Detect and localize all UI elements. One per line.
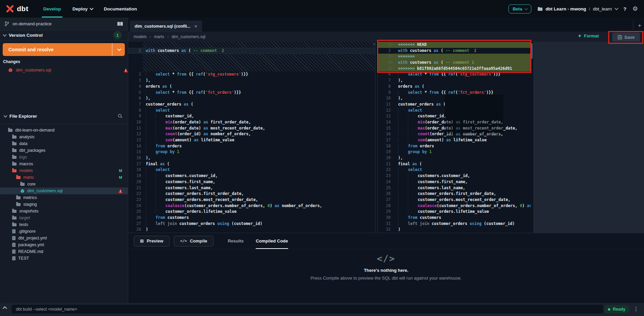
commit-dropdown-toggle[interactable] — [112, 43, 125, 56]
save-button[interactable]: Save — [612, 33, 640, 41]
search-icon[interactable] — [118, 114, 123, 119]
command-input[interactable]: dbt build --select <model_name> — [11, 304, 604, 314]
tree-item-analysis[interactable]: analysis — [0, 134, 128, 140]
tree-item-marts[interactable]: martsM — [0, 174, 128, 181]
tree-item-tests[interactable]: tests — [0, 221, 128, 228]
file-icon — [12, 250, 16, 254]
gear-icon[interactable]: ⚙ — [633, 5, 638, 12]
code-line-14: 14 min(order_date) as first_order_date, — [378, 119, 531, 125]
chevron-down-icon — [614, 6, 618, 10]
file-explorer-section[interactable]: File Explorer — [0, 109, 128, 124]
code-line-32: 32) — [378, 227, 531, 233]
tree-item-label: dbt_packages — [19, 148, 46, 153]
tree-item-dim-customers-sql[interactable]: dim_customers.sql — [0, 188, 128, 194]
tree-item-test[interactable]: TEST — [0, 255, 128, 262]
folder-icon — [12, 217, 17, 220]
tree-item-data[interactable]: data — [0, 140, 128, 147]
help-icon[interactable]: ? — [623, 6, 626, 12]
tree-item-models[interactable]: modelsM — [0, 167, 128, 174]
code-line-6: 6 select * from {{ ref('stg_customers')}… — [378, 71, 531, 78]
editor-tab-title: dim_customers.sql (confli... — [135, 24, 190, 29]
code-line-24: 24 coalesce(customer_orders.number_of_or… — [128, 203, 375, 209]
tree-item-metrics[interactable]: metrics — [0, 194, 128, 201]
tree-item-dbt-learn-on-demand[interactable]: dbt-learn-on-demand — [0, 127, 128, 134]
code-line-18: 18 select — [128, 167, 375, 173]
tree-item--gitignore[interactable]: .gitignore — [0, 228, 128, 235]
tree-item-dbt-packages[interactable]: dbt_packages — [0, 147, 128, 154]
tab-compiled-code[interactable]: Compiled Code — [256, 233, 288, 249]
tree-item-core[interactable]: core — [0, 181, 128, 188]
editor-tab-dim-customers[interactable]: dim_customers.sql (confli... × — [130, 21, 202, 32]
code-line-2: 2 select * from {{ ref('stg_customers')}… — [128, 71, 375, 78]
code-line-9: 9 customer_id, — [128, 113, 375, 119]
tree-item-label: README.md — [18, 249, 43, 254]
breadcrumb-marts[interactable]: marts — [154, 34, 164, 39]
code-line-11: 11 max(order_date) as most_recent_order_… — [128, 125, 375, 132]
project-name: dbt_learn — [593, 6, 612, 11]
nav-item-deploy[interactable]: Deploy — [73, 0, 92, 18]
tab-results[interactable]: Results — [228, 233, 244, 249]
merge-result-pane[interactable]: 1with customers as ( -- comment 22 selec… — [128, 42, 375, 233]
diff-placeholder-hatch — [128, 42, 375, 48]
nav-item-documentation[interactable]: Documentation — [104, 0, 137, 18]
version-control-section[interactable]: Version Control 1 — [0, 30, 128, 40]
fold-marker-icon[interactable]: − — [373, 42, 375, 46]
tree-item-label: metrics — [23, 195, 37, 200]
tree-item-packages-yml[interactable]: packages.yml — [0, 241, 128, 248]
docs-book-icon[interactable] — [117, 22, 123, 26]
changed-file-item[interactable]: dim_customers.sql — [0, 66, 128, 74]
close-icon[interactable]: × — [194, 24, 197, 29]
tree-item-dbt-project-yml[interactable]: dbt_project.yml — [0, 235, 128, 241]
code-line-6: 6), — [128, 95, 375, 102]
format-button[interactable]: ✦ Format — [578, 33, 599, 38]
tree-item-macros[interactable]: macros — [0, 161, 128, 167]
file-icon — [12, 236, 16, 240]
tree-item-label: data — [19, 141, 27, 146]
tree-item-snapshots[interactable]: snapshots — [0, 208, 128, 214]
pane-divider[interactable] — [375, 42, 378, 233]
tree-item-staging[interactable]: staging — [0, 201, 128, 208]
navbar-right: Beta dbt Learn - mwong / dbt_learn ? ⚙ — [508, 4, 638, 13]
chevron-down-icon — [117, 47, 121, 51]
tree-item-label: analysis — [19, 135, 34, 139]
tree-item-label: tests — [19, 222, 28, 227]
scrollbar-thumb[interactable] — [531, 43, 533, 59]
code-line-26: 26 from customers — [128, 215, 375, 221]
code-line-28: 28 coalesce(customer_orders.number_of_or… — [378, 203, 531, 209]
editor-toolbar: models › marts › dim_customers.sql ✦ For… — [128, 32, 644, 42]
tree-item-label: TEST — [18, 256, 29, 261]
compile-button[interactable]: </> Compile — [174, 236, 214, 247]
kebab-menu-icon[interactable]: ⋮ — [634, 306, 639, 312]
code-line-27: 27 left join customer_orders using (cust… — [128, 221, 375, 227]
nav-item-develop[interactable]: Develop — [43, 0, 61, 18]
breadcrumb-separator: › — [167, 34, 169, 39]
code-line-26: 26 customer_orders.first_order_date, — [378, 191, 531, 197]
code-line-8: 8orders as ( — [378, 84, 531, 90]
chevron-up-icon[interactable] — [3, 306, 7, 311]
beta-dropdown[interactable]: Beta — [508, 4, 531, 13]
tree-item-target[interactable]: target — [0, 214, 128, 221]
file-icon — [12, 256, 16, 260]
empty-state: </> There's nothing here. Press Compile … — [128, 253, 644, 281]
breadcrumb-file[interactable]: dim_customers.sql — [172, 34, 205, 39]
editor-area: dim_customers.sql (confli... × + models … — [128, 18, 644, 303]
sparkle-icon: ✦ — [578, 33, 582, 38]
new-tab-button[interactable]: + — [638, 22, 641, 29]
commit-and-resolve-button[interactable]: Commit and resolve — [3, 43, 125, 56]
account-switcher[interactable]: dbt Learn - mwong / dbt_learn — [537, 6, 617, 11]
tree-item-readme-md[interactable]: README.md — [0, 248, 128, 255]
file-explorer-title: File Explorer — [9, 114, 115, 119]
merge-conflict-warning-icon — [123, 68, 128, 73]
empty-state-subtitle: Press Compile above to preview the SQL d… — [128, 276, 644, 281]
conflict-source-pane[interactable]: 1+<<<<<<< HEAD2with customers as ( -- co… — [378, 42, 531, 233]
breadcrumb-models[interactable]: models — [134, 34, 147, 39]
code-line-1: 1+<<<<<<< HEAD — [378, 42, 531, 48]
tree-item-logs[interactable]: logs — [0, 154, 128, 161]
code-line-25: 25 customer_orders.lifetime_value — [128, 209, 375, 215]
file-tree: dbt-learn-on-demandanalysisdatadbt_packa… — [0, 127, 128, 262]
branch-selector[interactable]: on-demand-practice — [0, 18, 128, 30]
folder-icon — [12, 149, 17, 152]
dbt-logo[interactable]: dbt — [5, 4, 28, 13]
preview-button[interactable]: ⊞ Preview — [134, 236, 170, 247]
code-line-24: 24 customers.first_name, — [378, 179, 531, 185]
